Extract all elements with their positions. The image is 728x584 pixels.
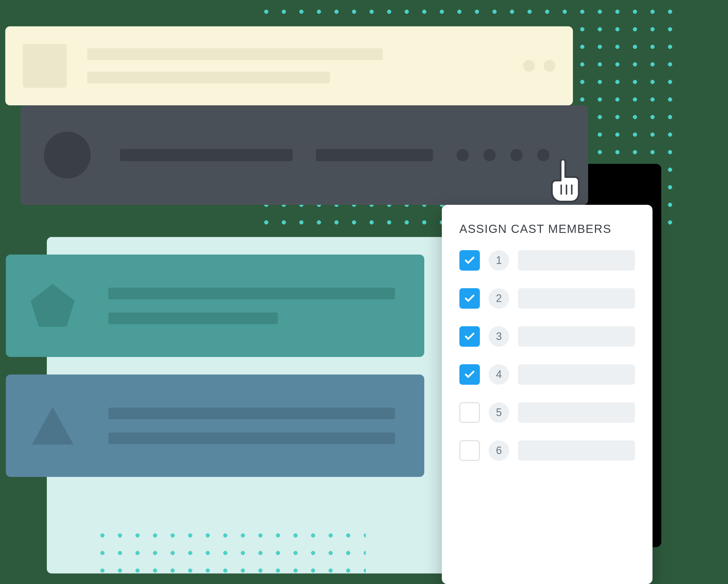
item-text-placeholder <box>120 149 293 161</box>
member-number-badge: 4 <box>489 364 509 385</box>
item-text-placeholder <box>87 48 523 83</box>
member-name-placeholder <box>518 364 635 385</box>
member-checkbox[interactable] <box>459 326 480 347</box>
member-number-badge: 3 <box>489 326 509 347</box>
member-name-placeholder <box>518 250 635 271</box>
member-checkbox[interactable] <box>459 250 480 271</box>
cast-member-row[interactable]: 3 <box>459 326 635 347</box>
action-dot-icon[interactable] <box>510 149 523 161</box>
triangle-avatar-icon <box>26 401 79 451</box>
item-text-placeholder <box>108 288 395 324</box>
member-name-placeholder <box>518 288 635 309</box>
svg-marker-4 <box>32 407 74 445</box>
svg-marker-3 <box>31 284 75 326</box>
pointer-cursor-icon <box>547 159 582 205</box>
action-dot-icon[interactable] <box>544 60 555 72</box>
dot-pattern-decoration <box>94 527 366 579</box>
list-item-card-3[interactable] <box>6 255 424 357</box>
list-item-card-1[interactable] <box>5 26 573 105</box>
member-checkbox[interactable] <box>459 402 480 423</box>
cast-member-row[interactable]: 6 <box>459 440 635 461</box>
member-checkbox[interactable] <box>459 288 480 309</box>
cast-member-row[interactable]: 4 <box>459 364 635 385</box>
action-dot-icon[interactable] <box>457 149 469 161</box>
member-number-badge: 6 <box>489 440 509 461</box>
assign-cast-members-dropdown: ASSIGN CAST MEMBERS 123456 <box>442 205 652 584</box>
item-actions <box>523 60 555 72</box>
member-name-placeholder <box>518 440 635 461</box>
cast-member-row[interactable]: 2 <box>459 288 635 309</box>
member-checkbox[interactable] <box>459 440 480 461</box>
item-actions <box>457 149 549 161</box>
list-item-card-4[interactable] <box>6 374 424 477</box>
list-item-card-active[interactable] <box>21 105 588 205</box>
action-dot-icon[interactable] <box>523 60 535 72</box>
member-name-placeholder <box>518 326 635 347</box>
action-dot-icon[interactable] <box>484 149 496 161</box>
dropdown-title: ASSIGN CAST MEMBERS <box>459 222 635 236</box>
square-avatar-icon <box>23 44 67 88</box>
cast-member-row[interactable]: 5 <box>459 402 635 423</box>
member-number-badge: 1 <box>489 250 509 271</box>
item-text-placeholder <box>108 407 395 444</box>
item-text-placeholder <box>316 149 433 161</box>
cast-member-row[interactable]: 1 <box>459 250 635 271</box>
member-checkbox[interactable] <box>459 364 480 385</box>
member-name-placeholder <box>518 402 635 423</box>
pentagon-avatar-icon <box>26 281 79 330</box>
member-number-badge: 5 <box>489 402 509 423</box>
circle-avatar-icon <box>44 132 91 179</box>
member-number-badge: 2 <box>489 288 509 309</box>
